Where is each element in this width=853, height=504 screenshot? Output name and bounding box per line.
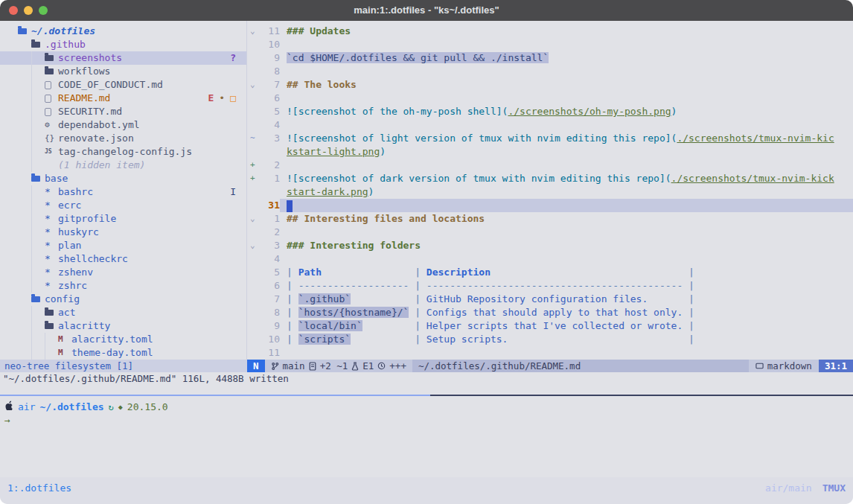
editor-line[interactable]: 7| `.github` | GitHub Repository configu… bbox=[247, 293, 853, 306]
editor-line[interactable]: 10 bbox=[247, 38, 853, 51]
file-icon bbox=[45, 81, 58, 89]
toml-icon: M bbox=[58, 346, 71, 360]
tree-item-alacritty[interactable]: alacritty bbox=[0, 319, 246, 333]
tree-item-label: alacritty.toml bbox=[71, 333, 153, 346]
syntax-cc: `.github` bbox=[298, 293, 351, 304]
editor-line[interactable]: 11 bbox=[247, 346, 853, 360]
tree-indent-guide bbox=[31, 239, 45, 252]
tree-item-workflows[interactable]: workflows bbox=[0, 65, 246, 78]
tree-item-label: README.md bbox=[58, 92, 110, 105]
tree-item-bashrc[interactable]: *bashrcI bbox=[0, 185, 246, 199]
tree-indent-guide bbox=[31, 185, 45, 199]
editor-line[interactable]: ⌄11### Updates bbox=[247, 25, 853, 38]
editor-line[interactable]: 4 bbox=[247, 118, 853, 132]
gutter-space bbox=[247, 118, 259, 132]
syntax-tx bbox=[351, 293, 415, 304]
tree-item-screenshots[interactable]: screenshots? bbox=[0, 51, 246, 65]
editor-line[interactable]: 4 bbox=[247, 252, 853, 266]
tree-item-theme-day-toml[interactable]: Mtheme-day.toml bbox=[0, 346, 246, 360]
syntax-pp: | bbox=[415, 320, 426, 331]
tree-indent-guide bbox=[31, 199, 45, 212]
fold-icon[interactable]: ⌄ bbox=[247, 25, 259, 38]
tree-item-tag-changelog-config-js[interactable]: JStag-changelog-config.js bbox=[0, 145, 246, 159]
editor-line[interactable]: start-dark.png) bbox=[247, 185, 853, 199]
tree-item-readme-md[interactable]: README.mdE•□ bbox=[0, 92, 246, 105]
syntax-pp: | bbox=[689, 320, 694, 331]
gutter-space bbox=[247, 293, 259, 306]
editor-line[interactable]: 9| `local/bin` | Helper scripts that I'v… bbox=[247, 319, 853, 333]
line-number: 7 bbox=[259, 293, 280, 306]
syntax-pp: | bbox=[287, 280, 298, 291]
tmux-host-label: air/main bbox=[765, 482, 812, 495]
syntax-tx bbox=[322, 267, 415, 278]
tree-indent-guide bbox=[18, 346, 31, 360]
editor-line[interactable]: 6| ------------------- | ---------------… bbox=[247, 279, 853, 293]
editor-line[interactable]: 31 bbox=[247, 199, 853, 212]
syntax-pp: | bbox=[689, 280, 694, 291]
editor-line[interactable]: ⌄1## Interesting files and locations bbox=[247, 212, 853, 226]
editor-line[interactable]: kstart-light.png) bbox=[247, 145, 853, 159]
editor-line[interactable]: 5![screenshot of the oh-my-posh shell](.… bbox=[247, 105, 853, 118]
tree-item-badges: E•□ bbox=[208, 92, 236, 105]
tree-item-security-md[interactable]: SECURITY.md bbox=[0, 105, 246, 118]
gutter-space bbox=[247, 145, 259, 159]
tree-item-dotfiles[interactable]: ~/.dotfiles bbox=[0, 25, 246, 38]
tree-indent-guide bbox=[18, 172, 31, 185]
tree-item-config[interactable]: config bbox=[0, 293, 246, 306]
editor-line[interactable]: 10| `scripts` | Setup scripts. | bbox=[247, 333, 853, 346]
fold-icon[interactable]: ⌄ bbox=[247, 239, 259, 252]
tree-item-dependabot-yml[interactable]: ⚙dependabot.yml bbox=[0, 118, 246, 132]
editor-line[interactable]: ⌄3### Interesting folders bbox=[247, 239, 853, 252]
syntax-tx bbox=[491, 267, 689, 278]
text-cursor bbox=[287, 200, 293, 212]
line-number: 5 bbox=[259, 105, 280, 118]
badge-mark: I bbox=[230, 185, 236, 199]
fold-icon[interactable]: ⌄ bbox=[247, 212, 259, 226]
tree-item-shellcheckrc[interactable]: *shellcheckrc bbox=[0, 252, 246, 266]
line-number bbox=[259, 185, 280, 199]
editor-line[interactable]: 5| Path | Description | bbox=[247, 266, 853, 279]
tree-indent-guide bbox=[31, 65, 45, 78]
editor-line[interactable]: 8| `hosts/{hostname}/` | Configs that sh… bbox=[247, 306, 853, 319]
badge-q: ? bbox=[230, 51, 236, 65]
editor-line[interactable]: +2 bbox=[247, 159, 853, 172]
shell-pane[interactable]: air ~/.dotfiles ↻ ◆ 20.15.0 → bbox=[0, 396, 853, 477]
tree-item-code-of-conduct-md[interactable]: CODE_OF_CONDUCT.md bbox=[0, 78, 246, 92]
editor-line[interactable]: 2 bbox=[247, 226, 853, 239]
git-sign: + bbox=[247, 172, 259, 185]
tree-item-zshrc[interactable]: *zshrc bbox=[0, 279, 246, 293]
editor-line[interactable]: 9`cd $HOME/.dotfiles && git pull && ./in… bbox=[247, 51, 853, 65]
fold-icon[interactable]: ⌄ bbox=[247, 78, 259, 92]
line-content: ## Interesting files and locations bbox=[280, 212, 853, 226]
mode-indicator: N bbox=[247, 360, 265, 372]
tree-item-gitprofile[interactable]: *gitprofile bbox=[0, 212, 246, 226]
tree-item-huskyrc[interactable]: *huskyrc bbox=[0, 226, 246, 239]
tree-item-label: act bbox=[58, 306, 75, 319]
editor-line[interactable]: 8 bbox=[247, 65, 853, 78]
editor-line[interactable]: 6 bbox=[247, 92, 853, 105]
tree-item-1-hidden-item[interactable]: (1 hidden item) bbox=[0, 159, 246, 172]
gutter-space bbox=[247, 279, 259, 293]
editor-line[interactable]: ⌄7## The looks bbox=[247, 78, 853, 92]
editor-buffer[interactable]: ⌄11### Updates109`cd $HOME/.dotfiles && … bbox=[247, 21, 853, 360]
tree-item-act[interactable]: act bbox=[0, 306, 246, 319]
dotfile-icon: * bbox=[45, 226, 58, 239]
tmux-session-tab[interactable]: 1:.dotfiles bbox=[7, 482, 71, 495]
tree-item-zshenv[interactable]: *zshenv bbox=[0, 266, 246, 279]
tree-item-github[interactable]: .github bbox=[0, 38, 246, 51]
syntax-ln: ./screenshots/oh-my-posh.png bbox=[508, 106, 671, 117]
tree-item-renovate-json[interactable]: {}renovate.json bbox=[0, 132, 246, 145]
tree-item-alacritty-toml[interactable]: Malacritty.toml bbox=[0, 333, 246, 346]
tree-indent-guide bbox=[31, 51, 45, 65]
editor-line[interactable]: ~3![screenshot of light version of tmux … bbox=[247, 132, 853, 145]
syntax-cd: Helper scripts that I've collected or wr… bbox=[426, 320, 683, 331]
tree-item-ecrc[interactable]: *ecrc bbox=[0, 199, 246, 212]
syntax-cd: Setup scripts. bbox=[426, 334, 508, 345]
line-content bbox=[280, 346, 853, 360]
tree-indent-guide bbox=[31, 159, 45, 172]
tree-item-plan[interactable]: *plan bbox=[0, 239, 246, 252]
tree-item-base[interactable]: base bbox=[0, 172, 246, 185]
prompt-arrow: → bbox=[4, 414, 853, 427]
editor-line[interactable]: +1![screenshot of dark version of tmux w… bbox=[247, 172, 853, 185]
node-version: 20.15.0 bbox=[127, 401, 168, 414]
